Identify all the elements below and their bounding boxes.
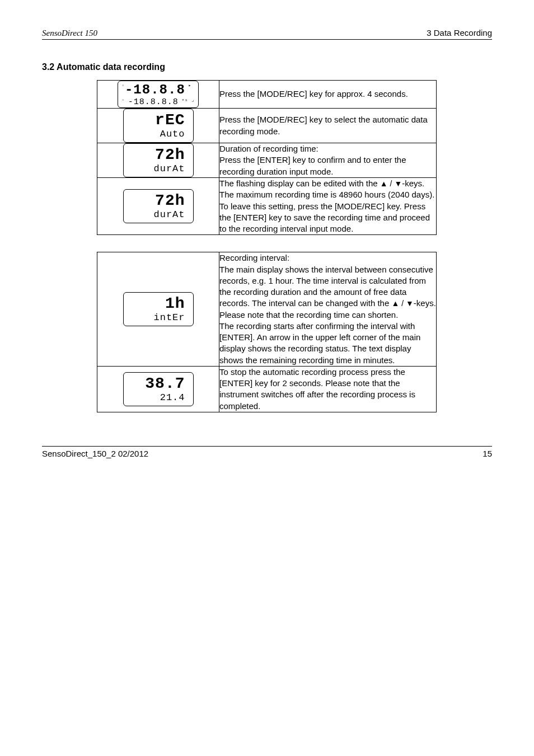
lcd-bottom: durAt: [132, 164, 185, 173]
lcd-display: rEC Auto: [123, 109, 194, 143]
lcd-bottom: -18.8.8.8: [128, 97, 179, 107]
lcd-top: -18.8.8: [125, 82, 185, 97]
instruction-text: To stop the automatic recording process …: [219, 367, 415, 411]
lcd-bottom: 21.4: [132, 393, 185, 402]
up-down-icons: ▲ / ▼: [391, 299, 413, 308]
instruction-cell: Duration of recording time: Press the [E…: [219, 143, 437, 178]
lcd-top: 1h: [132, 296, 185, 312]
instruction-cell: The flashing display can be edited with …: [219, 178, 437, 235]
footer-doc-id: SensoDirect_150_2 02/2012: [42, 449, 148, 458]
instruction-text-post: -keys. Please note that the recording ti…: [219, 298, 436, 364]
lcd-display: 72h durAt: [123, 189, 194, 223]
table-row: 72h durAt The flashing display can be ed…: [97, 178, 437, 235]
table-row: ◦-18.8.8 ▸ ◦ -18.8.8.8 ∘ₕ ⌟ Press the [M…: [97, 81, 437, 109]
lcd-bottom: durAt: [132, 210, 185, 219]
instruction-cell: To stop the automatic recording process …: [219, 366, 437, 412]
instruction-text: Duration of recording time: Press the [E…: [219, 144, 406, 176]
instruction-cell: Press the [MODE/REC] key to select the a…: [219, 109, 437, 143]
lcd-cell: 72h durAt: [97, 143, 219, 178]
instruction-text: Press the [MODE/REC] key for approx. 4 s…: [219, 89, 408, 98]
footer-page-number: 15: [483, 449, 492, 458]
lcd-display: 1h intEr: [123, 292, 194, 326]
lcd-cell: ◦-18.8.8 ▸ ◦ -18.8.8.8 ∘ₕ ⌟: [97, 81, 219, 109]
lcd-cell: 1h intEr: [97, 252, 219, 367]
lcd-bottom: intEr: [132, 313, 185, 322]
lcd-top: 72h: [132, 193, 185, 209]
lcd-top: rEC: [132, 112, 185, 128]
lcd-display: 38.7 21.4: [123, 372, 194, 406]
instruction-text: Press the [MODE/REC] key to select the a…: [219, 115, 428, 135]
lcd-top: 38.7: [132, 376, 185, 392]
lcd-bottom: Auto: [132, 129, 185, 139]
lcd-cell: 38.7 21.4: [97, 366, 219, 412]
header-section: 3 Data Recording: [427, 28, 492, 37]
section-title: 3.2 Automatic data recording: [42, 62, 492, 72]
table-row: 38.7 21.4 To stop the automatic recordin…: [97, 366, 437, 412]
table-row: rEC Auto Press the [MODE/REC] key to sel…: [97, 109, 437, 143]
up-down-icons: ▲ / ▼: [380, 179, 402, 188]
lcd-display: ◦-18.8.8 ▸ ◦ -18.8.8.8 ∘ₕ ⌟: [118, 81, 199, 108]
table-interval: 1h intEr Recording interval: The main di…: [97, 252, 437, 412]
lcd-top: 72h: [132, 147, 185, 163]
instruction-cell: Press the [MODE/REC] key for approx. 4 s…: [219, 81, 437, 109]
instruction-cell: Recording interval: The main display sho…: [219, 252, 437, 367]
lcd-cell: rEC Auto: [97, 109, 219, 143]
lcd-display: 72h durAt: [123, 143, 194, 177]
page-header: SensoDirect 150 3 Data Recording: [42, 28, 492, 40]
table-auto-recording: ◦-18.8.8 ▸ ◦ -18.8.8.8 ∘ₕ ⌟ Press the [M…: [97, 80, 437, 235]
table-row: 72h durAt Duration of recording time: Pr…: [97, 143, 437, 178]
header-product: SensoDirect 150: [42, 29, 97, 38]
instruction-text-pre: The flashing display can be edited with …: [219, 179, 380, 188]
table-row: 1h intEr Recording interval: The main di…: [97, 252, 437, 367]
page-footer: SensoDirect_150_2 02/2012 15: [42, 446, 492, 458]
lcd-cell: 72h durAt: [97, 178, 219, 235]
